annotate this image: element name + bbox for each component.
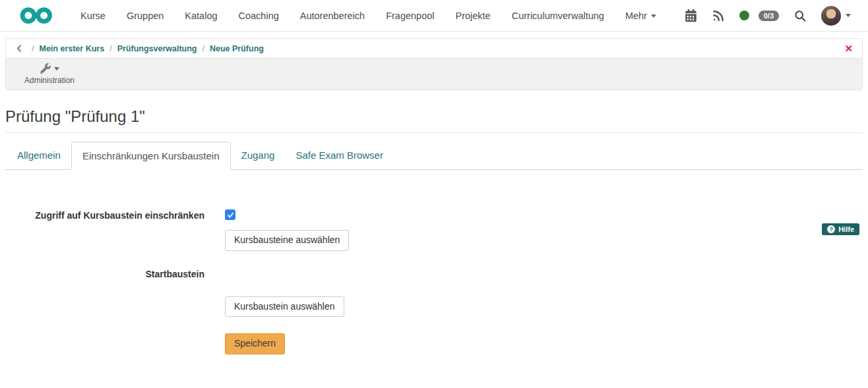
administration-menu[interactable]: Administration (24, 63, 75, 85)
breadcrumb-item-course[interactable]: Mein erster Kurs (39, 44, 104, 53)
course-tools-bar: Administration (6, 58, 862, 90)
chevron-down-icon (846, 14, 851, 17)
page-title: Prüfung "Prüfung 1" (5, 107, 863, 133)
breadcrumb-item-exam-management[interactable]: Prüfungsverwaltung (117, 44, 197, 53)
save-button[interactable]: Speichern (225, 333, 285, 354)
breadcrumb-separator: / (109, 44, 111, 53)
nav-item-fragenpool[interactable]: Fragenpool (375, 11, 445, 21)
assessment-counter-badge[interactable]: 0/3 (759, 11, 779, 21)
navbar-right-tools: 0/3 (685, 6, 851, 26)
restrict-access-row: Zugriff auf Kursbaustein einschränken (0, 209, 868, 221)
nav-item-mehr[interactable]: Mehr (615, 11, 667, 21)
presence-status-icon[interactable] (739, 11, 749, 20)
nav-item-coaching[interactable]: Coaching (228, 11, 290, 21)
avatar (821, 6, 841, 26)
tab-allgemein[interactable]: Allgemein (7, 142, 71, 169)
checkmark-icon (227, 211, 234, 219)
restrictions-form: Zugriff auf Kursbaustein einschränken Ku… (0, 209, 868, 354)
tab-einschraenkungen-kursbaustein[interactable]: Einschränkungen Kursbaustein (71, 142, 231, 170)
tab-content: ? Hilfe Zugriff auf Kursbaustein einschr… (0, 209, 868, 354)
start-element-row: Startbaustein (0, 268, 868, 279)
select-course-elements-button[interactable]: Kursbausteine auswählen (225, 230, 349, 251)
restrict-access-label: Zugriff auf Kursbaustein einschränken (0, 209, 204, 221)
nav-item-mehr-label: Mehr (625, 11, 647, 21)
nav-item-curriculumverwaltung[interactable]: Curriculumverwaltung (501, 11, 615, 21)
start-element-label: Startbaustein (0, 268, 204, 279)
chevron-down-icon (54, 67, 59, 70)
back-chevron-icon[interactable] (15, 44, 24, 53)
save-row: Speichern (0, 333, 868, 354)
openolat-logo[interactable] (20, 7, 53, 24)
tab-zugang[interactable]: Zugang (231, 142, 286, 169)
administration-label: Administration (24, 76, 75, 85)
question-circle-icon: ? (827, 225, 835, 233)
user-menu[interactable] (821, 6, 851, 26)
wrench-icon (40, 63, 51, 74)
nav-item-projekte[interactable]: Projekte (445, 11, 501, 21)
tab-safe-exam-browser[interactable]: Safe Exam Browser (285, 142, 394, 169)
help-button[interactable]: ? Hilfe (822, 223, 859, 235)
rss-icon[interactable] (712, 9, 725, 22)
breadcrumb: / Mein erster Kurs / Prüfungsverwaltung … (6, 39, 862, 58)
infinity-logo-icon (20, 7, 53, 24)
nav-item-katalog[interactable]: Katalog (174, 11, 228, 21)
course-toolbar-card: / Mein erster Kurs / Prüfungsverwaltung … (5, 38, 863, 90)
calendar-icon[interactable] (685, 9, 697, 22)
settings-tabs: Allgemein Einschränkungen Kursbaustein Z… (5, 142, 863, 170)
restrict-access-checkbox[interactable] (225, 209, 235, 220)
chevron-down-icon (651, 14, 656, 18)
breadcrumb-separator: / (202, 44, 204, 53)
nav-item-kurse[interactable]: Kurse (70, 11, 116, 21)
select-start-element-row: Kursbaustein auswählen (0, 296, 868, 318)
help-label: Hilfe (838, 225, 854, 233)
search-icon[interactable] (793, 9, 807, 22)
nav-item-autorenbereich[interactable]: Autorenbereich (290, 11, 375, 21)
breadcrumb-item-new-exam[interactable]: Neue Prüfung (210, 44, 264, 53)
top-navbar: Kurse Gruppen Katalog Coaching Autorenbe… (0, 0, 868, 32)
close-icon[interactable]: ✕ (844, 43, 853, 53)
select-course-elements-row: Kursbausteine auswählen (0, 230, 868, 251)
breadcrumb-separator: / (32, 44, 34, 53)
nav-item-gruppen[interactable]: Gruppen (116, 11, 174, 21)
select-start-element-button[interactable]: Kursbaustein auswählen (225, 296, 344, 318)
